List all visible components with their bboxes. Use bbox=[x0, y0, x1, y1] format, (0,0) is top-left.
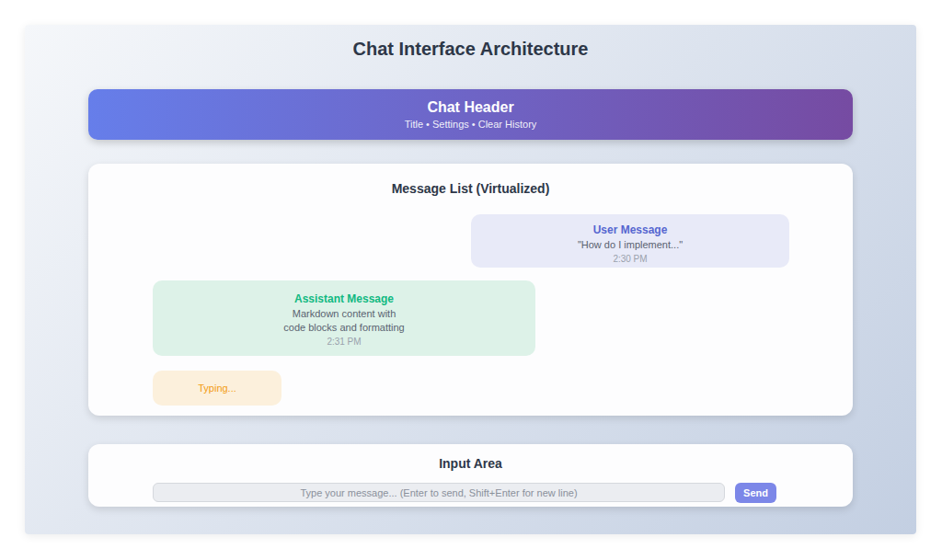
user-message-timestamp: 2:30 PM bbox=[471, 253, 789, 266]
typing-indicator-bubble: Typing... bbox=[153, 371, 281, 406]
assistant-message-text-line2: code blocks and formatting bbox=[153, 321, 535, 335]
message-input[interactable] bbox=[153, 483, 725, 502]
assistant-message-timestamp: 2:31 PM bbox=[153, 336, 535, 349]
assistant-message-bubble: Assistant Message Markdown content with … bbox=[153, 280, 535, 356]
page-title: Chat Interface Architecture bbox=[88, 38, 853, 60]
assistant-message-title: Assistant Message bbox=[153, 291, 535, 307]
user-message-title: User Message bbox=[471, 223, 789, 238]
input-area-block: Input Area Send bbox=[88, 444, 853, 507]
input-area-title: Input Area bbox=[88, 444, 853, 471]
assistant-message-text-line1: Markdown content with bbox=[153, 307, 535, 321]
chat-header-subtitle: Title • Settings • Clear History bbox=[88, 118, 853, 131]
send-button[interactable]: Send bbox=[735, 483, 776, 503]
chat-header-title: Chat Header bbox=[88, 97, 853, 118]
architecture-diagram: Chat Interface Architecture Chat Header … bbox=[25, 25, 916, 534]
chat-header-block: Chat Header Title • Settings • Clear His… bbox=[88, 89, 853, 140]
message-list-title: Message List (Virtualized) bbox=[88, 164, 853, 196]
message-list-block: Message List (Virtualized) User Message … bbox=[88, 164, 853, 416]
user-message-text: "How do I implement..." bbox=[471, 238, 789, 252]
user-message-bubble: User Message "How do I implement..." 2:3… bbox=[471, 214, 789, 268]
